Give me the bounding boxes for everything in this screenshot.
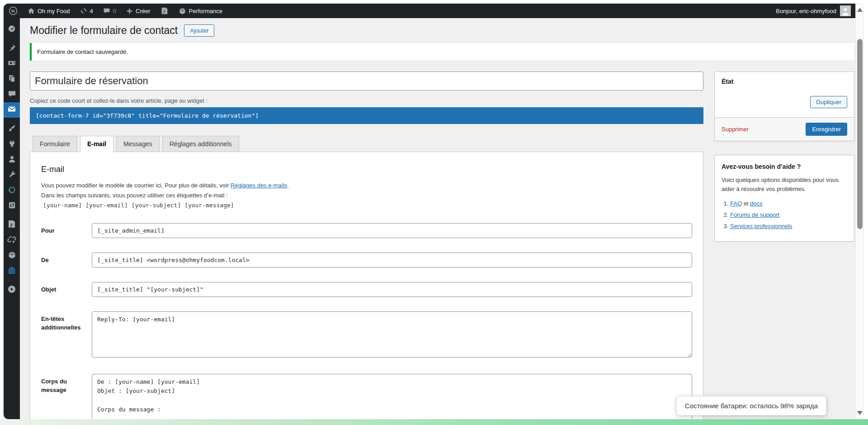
tab-reglages-additionnels[interactable]: Réglages additionnels <box>162 136 239 152</box>
comment-bubble-icon <box>103 7 110 14</box>
status-box-title: État <box>715 72 854 88</box>
site-name: Oh my Food <box>38 8 70 14</box>
camera-icon <box>8 59 16 69</box>
sidebar-item-users[interactable] <box>4 152 20 167</box>
scrollbar-thumb[interactable] <box>857 39 863 229</box>
updates-icon <box>80 7 87 14</box>
email-panel-heading: E-mail <box>41 165 692 174</box>
yoast-seo-menu[interactable]: y <box>156 4 174 18</box>
scrollbar-up-arrow[interactable] <box>857 8 863 12</box>
paintbrush-icon <box>8 124 16 134</box>
sidebar-item-pages[interactable] <box>4 72 20 87</box>
comments-icon <box>8 90 16 100</box>
battery-status-tooltip: Состояние батареи: осталось 98% заряда <box>676 396 826 415</box>
email-panel: E-mail Vous pouvez modifier le modèle de… <box>30 152 703 419</box>
shortcode-input[interactable] <box>30 107 703 124</box>
w3tc-cube-icon <box>179 7 186 15</box>
sidebar-item-w3-total-cache[interactable] <box>4 248 20 263</box>
form-title-input[interactable] <box>30 72 703 91</box>
updates-count: 4 <box>90 8 93 14</box>
sidebar-item-collapse-menu[interactable] <box>4 282 20 298</box>
greeting-label[interactable]: Bonjour, eric-ohmyfood <box>776 8 836 14</box>
field-label-from: De <box>41 253 92 265</box>
email-settings-link[interactable]: Réglages des e-mails <box>231 182 287 189</box>
sidebar-item-plugin-building[interactable] <box>4 263 20 279</box>
performance-label: Performance <box>189 8 222 14</box>
sidebar-item-appearance[interactable] <box>4 121 20 137</box>
user-icon <box>8 155 16 165</box>
yoast-seo-icon: y <box>7 220 16 230</box>
status-box: État Dupliquer Supprimer Enregistrer <box>714 72 854 141</box>
mail-to-input[interactable] <box>92 223 692 238</box>
shortcode-hint: Copiez ce code court et collez-le dans v… <box>30 97 703 104</box>
svg-text:y: y <box>163 9 165 14</box>
saved-notice-text: Formulaire de contact sauvegardé. <box>37 48 128 55</box>
delete-link[interactable]: Supprimer <box>722 126 749 133</box>
pushpin-icon <box>8 43 16 54</box>
tab-formulaire[interactable]: Formulaire <box>33 136 77 152</box>
svg-text:y: y <box>9 221 13 228</box>
visit-site-menu[interactable]: Oh my Food <box>23 4 75 18</box>
sidebar-item-posts[interactable] <box>4 41 20 56</box>
mail-subject-input[interactable] <box>92 282 692 297</box>
cache-cube-icon <box>8 251 16 261</box>
mail-tags-intro: Dans les champs suivants, vous pouvez ut… <box>41 192 228 199</box>
pages-icon <box>8 74 16 85</box>
field-label-message-body: Corps du message <box>41 374 92 395</box>
window-scrollbar[interactable] <box>855 4 863 419</box>
building-icon <box>7 266 16 277</box>
duplicate-button[interactable]: Dupliquer <box>810 96 847 108</box>
mail-tags: [your-name] [your-email] [your-subject] … <box>41 202 692 209</box>
field-label-additional-headers: En-têtes additionnelles <box>41 311 92 332</box>
dashboard-gauge-icon <box>7 24 16 35</box>
performance-menu[interactable]: Performance <box>174 4 227 18</box>
sidebar-item-contact[interactable] <box>4 102 20 118</box>
updates-menu[interactable]: 4 <box>75 4 98 18</box>
circular-plugin-icon <box>8 186 16 196</box>
new-content-menu[interactable]: Créer <box>121 4 156 18</box>
comments-menu[interactable]: 0 <box>98 4 121 18</box>
mail-from-input[interactable] <box>92 253 692 267</box>
add-form-button[interactable]: Ajouter <box>184 24 214 37</box>
professional-services-link[interactable]: Services professionnels <box>730 223 792 229</box>
help-box-title: Avez-vous besoin d’aide ? <box>715 157 854 173</box>
help-box-intro: Voici quelques options disponibles pour … <box>715 173 854 194</box>
help-item-support-forums: Forums de support <box>730 211 854 218</box>
avatar[interactable] <box>840 5 851 16</box>
wordpress-logo-icon: W <box>9 6 18 15</box>
sidebar-item-tools[interactable] <box>4 167 20 183</box>
help-item-faq-docs: FAQ et docs <box>730 200 854 207</box>
docs-link[interactable]: docs <box>750 200 762 207</box>
tab-messages[interactable]: Messages <box>116 136 160 152</box>
sidebar-item-dashboard[interactable] <box>4 22 20 37</box>
wp-admin-bar: W Oh my Food 4 0 Créer <box>4 4 855 18</box>
sidebar-item-yoast-seo[interactable]: y <box>4 217 20 233</box>
sliders-icon <box>8 201 16 211</box>
sidebar-item-plugins[interactable] <box>4 137 20 152</box>
sidebar-item-settings[interactable] <box>4 198 20 214</box>
save-button[interactable]: Enregistrer <box>806 123 847 136</box>
broken-link-icon <box>7 235 16 246</box>
admin-sidebar: y <box>4 18 20 419</box>
wrench-icon <box>8 170 16 181</box>
tab-email[interactable]: E-mail <box>80 136 113 152</box>
saved-notice: Formulaire de contact sauvegardé. <box>30 43 854 61</box>
sidebar-item-plugin-circle[interactable] <box>4 183 20 198</box>
plug-icon <box>8 139 16 150</box>
sidebar-item-broken-link-checker[interactable] <box>4 233 20 248</box>
scrollbar-down-arrow[interactable] <box>857 411 863 415</box>
yoast-icon: y <box>160 7 169 15</box>
faq-link[interactable]: FAQ <box>730 200 742 207</box>
editor-tabs: Formulaire E-mail Messages Réglages addi… <box>30 136 703 152</box>
wordpress-logo-menu[interactable]: W <box>4 4 23 18</box>
sidebar-item-media[interactable] <box>4 56 20 72</box>
svg-text:W: W <box>11 9 15 14</box>
browser-window: W Oh my Food 4 0 Créer <box>4 4 863 419</box>
sidebar-item-comments[interactable] <box>4 87 20 102</box>
field-label-to: Pour <box>41 223 92 235</box>
support-forums-link[interactable]: Forums de support <box>730 211 779 218</box>
play-circle-icon <box>7 285 16 296</box>
additional-headers-textarea[interactable]: Reply-To: [your-email] <box>92 311 692 358</box>
page-title: Modifier le formulaire de contact <box>30 24 178 37</box>
message-body-textarea[interactable]: De : [your-name] [your-email] Objet : [y… <box>92 374 692 419</box>
